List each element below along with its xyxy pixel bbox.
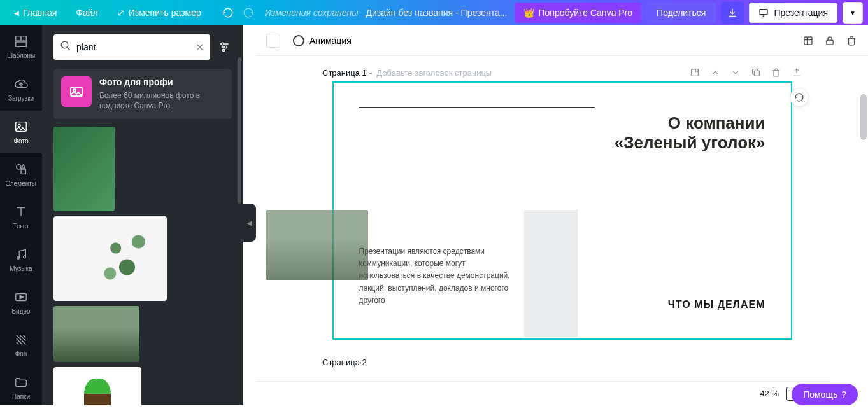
svg-rect-18 xyxy=(804,37,812,45)
try-pro-button[interactable]: 👑 Попробуйте Canva Pro xyxy=(515,3,641,23)
resize-button[interactable]: ⤢ Изменить размер xyxy=(108,3,210,23)
dragging-photo[interactable] xyxy=(266,210,368,280)
slide-title-line1: О компании xyxy=(615,113,765,133)
rail-background-label: Фон xyxy=(15,351,27,358)
slide-image-placeholder[interactable] xyxy=(524,210,578,337)
try-pro-label: Попробуйте Canva Pro xyxy=(538,8,632,18)
position-button[interactable] xyxy=(802,34,815,47)
slide-title[interactable]: О компании «Зеленый уголок» xyxy=(615,113,765,153)
page-number-label: Страница 1 xyxy=(322,68,367,78)
page-down-button[interactable] xyxy=(730,67,741,78)
animation-button[interactable]: Анимация xyxy=(287,31,358,50)
rail-music[interactable]: Музыка xyxy=(0,239,42,281)
photo-results-grid: ♛ ♛ xyxy=(42,127,243,405)
page-title-placeholder[interactable]: Добавьте заголовок страницы xyxy=(376,68,492,78)
rail-templates[interactable]: Шаблоны xyxy=(0,25,42,68)
canvas-toolbar: Анимация xyxy=(256,25,868,56)
page-up-button[interactable] xyxy=(710,67,720,78)
slide-title-line2: «Зеленый уголок» xyxy=(615,133,765,153)
panel-scrollbar[interactable] xyxy=(238,57,241,204)
chevron-left-icon: ◀ xyxy=(14,10,19,17)
rail-text-label: Текст xyxy=(13,223,29,230)
delete-button[interactable] xyxy=(845,34,858,47)
rail-uploads[interactable]: Загрузки xyxy=(0,68,42,111)
rail-text[interactable]: Текст xyxy=(0,196,42,239)
help-button[interactable]: Помощь ? xyxy=(792,384,858,405)
rail-folders-label: Папки xyxy=(12,393,30,400)
svg-point-13 xyxy=(222,43,224,45)
redo-button[interactable] xyxy=(239,4,257,22)
photo-icon xyxy=(14,120,28,134)
filter-button[interactable] xyxy=(217,39,232,55)
home-label: Главная xyxy=(23,8,57,18)
svg-rect-7 xyxy=(21,169,25,174)
svg-rect-21 xyxy=(754,71,759,76)
chevron-down-icon: ▼ xyxy=(850,10,856,17)
rail-photos[interactable]: Фото xyxy=(0,111,42,153)
svg-point-9 xyxy=(24,256,26,258)
file-label: Файл xyxy=(76,8,97,18)
rail-background[interactable]: Фон xyxy=(0,324,42,366)
pro-promo-card[interactable]: Фото для профи Более 60 миллионов фото в… xyxy=(53,69,232,119)
animation-label: Анимация xyxy=(309,36,352,46)
svg-rect-19 xyxy=(827,40,834,45)
slide-body-text[interactable]: Презентации являются средствами коммуник… xyxy=(359,246,512,307)
svg-rect-3 xyxy=(16,42,27,46)
music-icon xyxy=(14,247,28,261)
background-color-swatch[interactable] xyxy=(266,34,280,48)
share-button[interactable]: Поделиться xyxy=(646,3,716,23)
page-header: Страница 1 - Добавьте заголовок страницы xyxy=(256,67,868,81)
photo-result[interactable] xyxy=(53,306,139,362)
promo-subtitle: Более 60 миллионов фото в подписке Canva… xyxy=(99,90,224,112)
help-icon: ? xyxy=(841,389,846,400)
promo-title: Фото для профи xyxy=(99,76,224,89)
folder-icon xyxy=(14,375,28,389)
saved-status: Изменения сохранены xyxy=(265,8,359,18)
rail-folders[interactable]: Папки xyxy=(0,366,42,409)
regenerate-button[interactable] xyxy=(790,88,809,107)
undo-button[interactable] xyxy=(219,4,237,22)
cloud-upload-icon xyxy=(14,77,28,91)
clear-search-button[interactable]: ✕ xyxy=(196,41,204,53)
photo-result[interactable] xyxy=(53,127,115,211)
page-export-button[interactable] xyxy=(792,67,802,78)
rail-video[interactable]: Видео xyxy=(0,281,42,324)
file-menu[interactable]: Файл xyxy=(67,3,106,23)
svg-point-15 xyxy=(223,49,225,51)
search-icon xyxy=(60,40,71,54)
search-input[interactable] xyxy=(76,42,190,52)
home-button[interactable]: ◀ Главная xyxy=(5,3,66,23)
slide-subtitle[interactable]: ЧТО МЫ ДЕЛАЕМ xyxy=(668,299,765,310)
canvas-scrollbar[interactable] xyxy=(860,94,867,140)
photo-result[interactable]: ♛ xyxy=(53,367,141,405)
top-toolbar: ◀ Главная Файл ⤢ Изменить размер Изменен… xyxy=(0,0,868,25)
lock-button[interactable] xyxy=(823,34,836,47)
svg-point-8 xyxy=(17,257,20,260)
document-title[interactable]: Дизайн без названия - Презента... xyxy=(366,8,508,18)
zoom-level[interactable]: 42 % xyxy=(760,389,779,398)
bottom-bar: 42 % 15 xyxy=(256,381,830,405)
rail-elements[interactable]: Элементы xyxy=(0,153,42,196)
photo-result[interactable] xyxy=(53,216,167,301)
present-button[interactable]: Презентация xyxy=(749,3,837,23)
svg-marker-11 xyxy=(20,295,24,299)
share-label: Поделиться xyxy=(657,8,706,18)
search-box[interactable]: ✕ xyxy=(53,34,210,60)
rail-photos-label: Фото xyxy=(14,137,29,144)
present-label: Презентация xyxy=(774,8,828,18)
svg-point-12 xyxy=(61,41,68,48)
svg-point-5 xyxy=(18,124,20,127)
resize-arrows-icon: ⤢ xyxy=(117,8,125,18)
rail-elements-label: Элементы xyxy=(6,180,36,187)
page-delete-button[interactable] xyxy=(771,67,781,78)
page-notes-button[interactable] xyxy=(690,67,700,78)
slide-divider-line[interactable] xyxy=(359,107,595,108)
panel-collapse-handle[interactable]: ◀ xyxy=(243,204,256,242)
page-duplicate-button[interactable] xyxy=(751,67,761,78)
download-button[interactable] xyxy=(721,2,744,24)
rail-music-label: Музыка xyxy=(10,265,32,272)
slide-canvas[interactable]: О компании «Зеленый уголок» Презентации … xyxy=(332,81,792,340)
canvas-scroll-viewport[interactable]: Страница 1 - Добавьте заголовок страницы… xyxy=(256,56,868,405)
present-dropdown[interactable]: ▼ xyxy=(843,2,863,24)
crown-icon: 👑 xyxy=(523,8,534,18)
